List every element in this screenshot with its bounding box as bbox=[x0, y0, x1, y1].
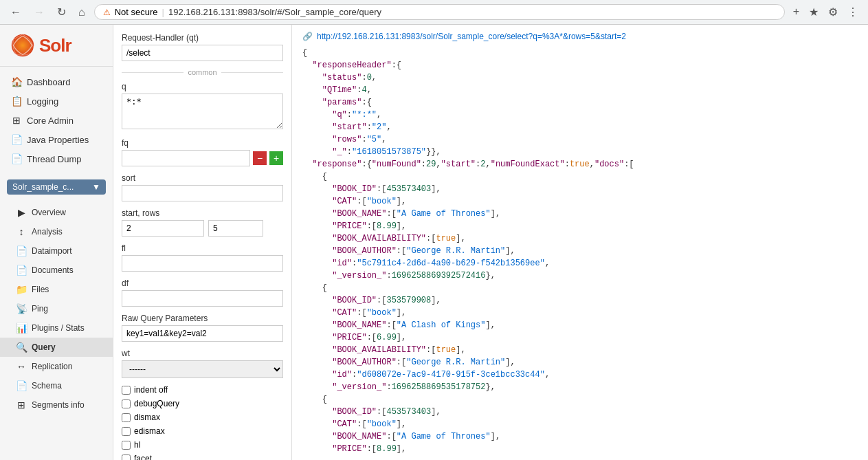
debug-query-label: debugQuery bbox=[134, 399, 179, 408]
sidebar-item-dataimport[interactable]: 📄 Dataimport bbox=[0, 241, 113, 261]
sidebar-item-java-properties[interactable]: 📄 Java Properties bbox=[0, 130, 113, 149]
rows-input[interactable] bbox=[208, 220, 263, 237]
sidebar-item-ping[interactable]: 📡 Ping bbox=[0, 299, 113, 318]
start-input[interactable] bbox=[122, 220, 204, 237]
debug-query-group: debugQuery bbox=[122, 399, 283, 408]
edismax-label: edismax bbox=[134, 426, 165, 436]
common-divider: common bbox=[122, 68, 283, 76]
sidebar-label-documents: Documents bbox=[32, 265, 74, 275]
sort-input[interactable] bbox=[122, 185, 283, 201]
sidebar-label-logging: Logging bbox=[27, 96, 58, 107]
thread-dump-icon: 📄 bbox=[10, 153, 23, 164]
sidebar-item-query[interactable]: 🔍 Query bbox=[0, 338, 113, 357]
zoom-in-icon[interactable]: + bbox=[790, 4, 802, 20]
browser-icons: + ★ ⚙ ⋮ bbox=[790, 4, 861, 20]
sidebar-item-core-admin[interactable]: ⊞ Core Admin bbox=[0, 111, 113, 130]
forward-button[interactable]: → bbox=[30, 5, 48, 20]
sidebar-label-thread-dump: Thread Dump bbox=[27, 154, 81, 164]
sidebar-item-replication[interactable]: ↔ Replication bbox=[0, 357, 113, 376]
sidebar-item-logging[interactable]: 📋 Logging bbox=[0, 91, 113, 111]
sidebar-item-plugins-stats[interactable]: 📊 Plugins / Stats bbox=[0, 318, 113, 338]
fq-add-button[interactable]: + bbox=[269, 151, 283, 165]
sidebar-label-segments-info: Segments info bbox=[32, 400, 85, 410]
top-nav: 🏠 Dashboard 📋 Logging ⊞ Core Admin 📄 Jav… bbox=[0, 67, 113, 174]
sidebar-label-replication: Replication bbox=[32, 362, 72, 371]
documents-icon: 📄 bbox=[15, 265, 27, 276]
back-button[interactable]: ← bbox=[7, 5, 25, 20]
hl-group: hl bbox=[122, 440, 283, 450]
result-panel: 🔗 http://192.168.216.131:8983/solr/Solr_… bbox=[292, 25, 868, 460]
menu-icon[interactable]: ⋮ bbox=[845, 4, 861, 20]
address-url: 192.168.216.131:8983/solr/#/Solr_sample_… bbox=[168, 7, 381, 17]
sidebar-item-dashboard[interactable]: 🏠 Dashboard bbox=[0, 72, 113, 91]
debug-query-checkbox[interactable] bbox=[122, 399, 131, 408]
fl-input[interactable] bbox=[122, 255, 283, 272]
dashboard-icon: 🏠 bbox=[10, 76, 23, 87]
address-bar[interactable]: ⚠ Not secure | 192.168.216.131:8983/solr… bbox=[94, 4, 785, 20]
sort-group: sort bbox=[122, 173, 283, 201]
request-handler-input[interactable] bbox=[122, 45, 283, 61]
hl-label: hl bbox=[134, 440, 140, 450]
core-selector-label: Solr_sample_c... bbox=[12, 182, 74, 192]
indent-off-checkbox[interactable] bbox=[122, 386, 131, 395]
hl-checkbox[interactable] bbox=[122, 441, 131, 450]
df-group: df bbox=[122, 278, 283, 307]
dismax-checkbox[interactable] bbox=[122, 413, 131, 422]
sidebar-label-overview: Overview bbox=[32, 208, 66, 217]
indent-off-label: indent off bbox=[134, 385, 168, 395]
df-input[interactable] bbox=[122, 290, 283, 307]
java-properties-icon: 📄 bbox=[10, 134, 23, 145]
overview-icon: ▶ bbox=[15, 207, 27, 218]
indent-off-group: indent off bbox=[122, 385, 283, 395]
facet-checkbox[interactable] bbox=[122, 454, 131, 461]
security-warning-icon: ⚠ bbox=[103, 8, 111, 17]
sidebar-item-files[interactable]: 📁 Files bbox=[0, 280, 113, 299]
sort-label: sort bbox=[122, 173, 283, 183]
facet-group: facet bbox=[122, 454, 283, 460]
svg-point-0 bbox=[12, 34, 34, 56]
solr-logo-text: Solr bbox=[39, 35, 71, 56]
fq-remove-button[interactable]: − bbox=[253, 151, 267, 165]
sidebar-item-analysis[interactable]: ↕ Analysis bbox=[0, 222, 113, 241]
start-rows-label: start, rows bbox=[122, 208, 283, 218]
result-url-bar: 🔗 http://192.168.216.131:8983/solr/Solr_… bbox=[302, 32, 858, 41]
sidebar-label-ping: Ping bbox=[32, 304, 48, 314]
bookmark-icon[interactable]: ★ bbox=[806, 4, 821, 20]
fq-input[interactable] bbox=[122, 150, 250, 166]
replication-icon: ↔ bbox=[15, 361, 27, 372]
sidebar-logo: Solr bbox=[0, 25, 113, 67]
core-subnav: ▶ Overview ↕ Analysis 📄 Dataimport 📄 Doc… bbox=[0, 200, 113, 417]
wt-label: wt bbox=[122, 349, 283, 358]
home-button[interactable]: ⌂ bbox=[75, 5, 89, 20]
raw-params-input[interactable] bbox=[122, 325, 283, 342]
sidebar-item-thread-dump[interactable]: 📄 Thread Dump bbox=[0, 149, 113, 168]
plugins-stats-icon: 📊 bbox=[15, 322, 27, 333]
sidebar-label-analysis: Analysis bbox=[32, 227, 63, 237]
solr-logo-icon bbox=[10, 33, 35, 58]
sidebar-label-java-properties: Java Properties bbox=[27, 135, 89, 145]
reload-button[interactable]: ↻ bbox=[54, 4, 69, 20]
logging-icon: 📋 bbox=[10, 96, 23, 107]
q-input[interactable]: *:* bbox=[122, 94, 283, 129]
app-container: Solr 🏠 Dashboard 📋 Logging ⊞ Core Admin … bbox=[0, 25, 868, 460]
fq-input-group: − + bbox=[122, 150, 283, 166]
fl-label: fl bbox=[122, 243, 283, 253]
wt-select[interactable]: ------ json xml csv python ruby php phps… bbox=[122, 360, 283, 378]
sidebar-item-overview[interactable]: ▶ Overview bbox=[0, 203, 113, 222]
raw-params-group: Raw Query Parameters bbox=[122, 314, 283, 342]
request-handler-label: Request-Handler (qt) bbox=[122, 33, 283, 43]
result-url-text: http://192.168.216.131:8983/solr/Solr_sa… bbox=[317, 32, 626, 41]
sidebar-item-segments-info[interactable]: ⊞ Segments info bbox=[0, 395, 113, 415]
query-icon: 🔍 bbox=[15, 342, 27, 353]
core-selector[interactable]: Solr_sample_c... ▼ bbox=[7, 179, 106, 195]
address-separator: | bbox=[162, 7, 164, 17]
analysis-icon: ↕ bbox=[15, 226, 27, 237]
extensions-icon[interactable]: ⚙ bbox=[825, 4, 841, 20]
fq-group: fq − + bbox=[122, 138, 283, 166]
sidebar-item-schema[interactable]: 📄 Schema bbox=[0, 376, 113, 395]
browser-chrome: ← → ↻ ⌂ ⚠ Not secure | 192.168.216.131:8… bbox=[0, 0, 868, 25]
query-form-panel: Request-Handler (qt) common q *:* fq − +… bbox=[113, 25, 292, 460]
edismax-checkbox[interactable] bbox=[122, 427, 131, 436]
sidebar-item-documents[interactable]: 📄 Documents bbox=[0, 261, 113, 280]
sidebar-label-plugins-stats: Plugins / Stats bbox=[32, 323, 85, 333]
